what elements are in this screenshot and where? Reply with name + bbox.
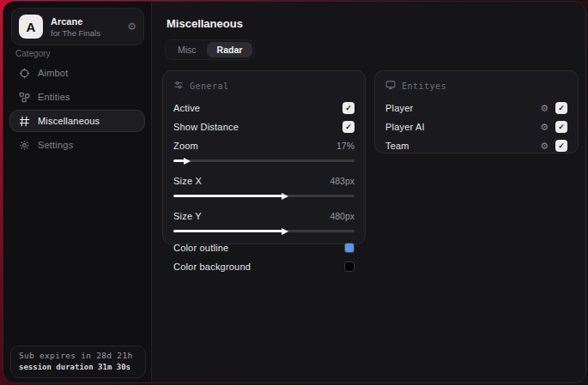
size-x-value: 483px — [330, 176, 355, 186]
gear-icon — [19, 140, 38, 151]
entity-label: Player — [385, 103, 413, 113]
sidebar-item-settings[interactable]: Settings — [9, 134, 145, 156]
slider-label: Size X — [173, 176, 202, 186]
toggle-label: Active — [173, 103, 200, 113]
main-content: Miscellaneous Misc Radar General Active … — [153, 2, 585, 382]
entity-label: Player AI — [385, 122, 425, 132]
sidebar-item-label: Aimbot — [38, 68, 68, 78]
tab-misc[interactable]: Misc — [167, 42, 207, 57]
player-config-gear-icon[interactable]: ⚙ — [540, 103, 549, 114]
tab-radar[interactable]: Radar — [207, 42, 253, 57]
sidebar-item-label: Settings — [38, 140, 73, 150]
entities-panel-header: Entityes — [385, 80, 567, 92]
crosshair-icon — [19, 68, 38, 79]
entity-row-team: Team ⚙ ✓ — [385, 136, 567, 155]
color-label: Color background — [173, 262, 251, 272]
color-row-background: Color background — [173, 257, 355, 276]
page-title: Miscellaneous — [167, 17, 243, 30]
sidebar-nav: Aimbot Entities Miscellaneous — [9, 62, 145, 158]
sidebar-item-entities[interactable]: Entities — [9, 86, 145, 108]
zoom-slider-fill — [173, 159, 185, 162]
slider-row-zoom: Zoom 17% — [173, 136, 355, 155]
size-y-slider-fill — [173, 230, 282, 232]
size-y-slider[interactable] — [173, 230, 355, 232]
app-window: A Arcane for The Finals ⚙ Category Aimbo… — [3, 1, 586, 383]
color-outline-swatch[interactable] — [344, 243, 355, 253]
size-x-slider-thumb[interactable] — [282, 193, 288, 200]
player-checkbox[interactable]: ✓ — [555, 102, 567, 114]
color-row-outline: Color outline — [173, 238, 355, 257]
size-x-slider[interactable] — [173, 195, 355, 197]
settings-gear-icon[interactable]: ⚙ — [127, 21, 136, 33]
sidebar-item-label: Entities — [38, 92, 70, 102]
show-distance-checkbox[interactable]: ✓ — [342, 121, 355, 133]
app-title: Arcane — [51, 16, 127, 27]
entities-panel-title: Entityes — [402, 81, 446, 91]
category-label: Category — [15, 49, 51, 58]
color-background-swatch[interactable] — [344, 262, 355, 272]
sidebar: A Arcane for The Finals ⚙ Category Aimbo… — [3, 2, 152, 382]
size-x-slider-fill — [173, 195, 282, 197]
general-panel: General Active ✓ Show Distance ✓ Zoom 17… — [162, 70, 366, 244]
app-meta: Arcane for The Finals — [51, 16, 127, 38]
sidebar-item-miscellaneous[interactable]: Miscellaneous — [9, 110, 145, 132]
player-ai-checkbox[interactable]: ✓ — [555, 121, 567, 133]
sub-expires-text: Sub expires in 28d 21h — [19, 351, 137, 360]
entities-panel: Entityes Player ⚙ ✓ Player AI ⚙ ✓ Team — [374, 70, 579, 153]
zoom-slider[interactable] — [173, 159, 355, 162]
active-checkbox[interactable]: ✓ — [342, 102, 355, 114]
team-config-gear-icon[interactable]: ⚙ — [540, 141, 549, 152]
general-panel-header: General — [173, 80, 355, 92]
app-subtitle: for The Finals — [51, 28, 127, 38]
sidebar-item-aimbot[interactable]: Aimbot — [9, 62, 145, 84]
app-header-card: A Arcane for The Finals ⚙ — [11, 8, 144, 45]
color-label: Color outline — [173, 243, 228, 253]
slider-row-size-x: Size X 483px — [173, 171, 355, 190]
team-checkbox[interactable]: ✓ — [555, 140, 567, 152]
sidebar-item-label: Miscellaneous — [38, 116, 100, 126]
grid-icon — [19, 116, 38, 127]
size-y-value: 480px — [330, 211, 355, 221]
entity-label: Team — [385, 141, 409, 151]
monitor-icon — [385, 80, 396, 92]
zoom-value: 17% — [336, 141, 355, 151]
zoom-slider-thumb[interactable] — [184, 158, 191, 165]
subscription-card: Sub expires in 28d 21h session duration … — [10, 346, 146, 378]
slider-label: Size Y — [173, 211, 202, 221]
app-logo: A — [19, 15, 43, 39]
nodes-icon — [19, 92, 38, 103]
player-ai-config-gear-icon[interactable]: ⚙ — [540, 122, 549, 133]
size-y-slider-thumb[interactable] — [282, 228, 288, 235]
session-duration-text: session duration 31m 30s — [19, 363, 137, 371]
toggle-row-active: Active ✓ — [173, 99, 355, 117]
toggle-label: Show Distance — [173, 122, 239, 132]
slider-label: Zoom — [173, 141, 198, 151]
slider-row-size-y: Size Y 480px — [173, 207, 355, 226]
tab-bar: Misc Radar — [165, 39, 255, 60]
general-panel-title: General — [190, 81, 229, 91]
entity-row-player-ai: Player AI ⚙ ✓ — [385, 117, 567, 136]
toggle-row-show-distance: Show Distance ✓ — [173, 117, 355, 136]
sliders-icon — [173, 80, 184, 92]
entity-row-player: Player ⚙ ✓ — [385, 99, 567, 117]
